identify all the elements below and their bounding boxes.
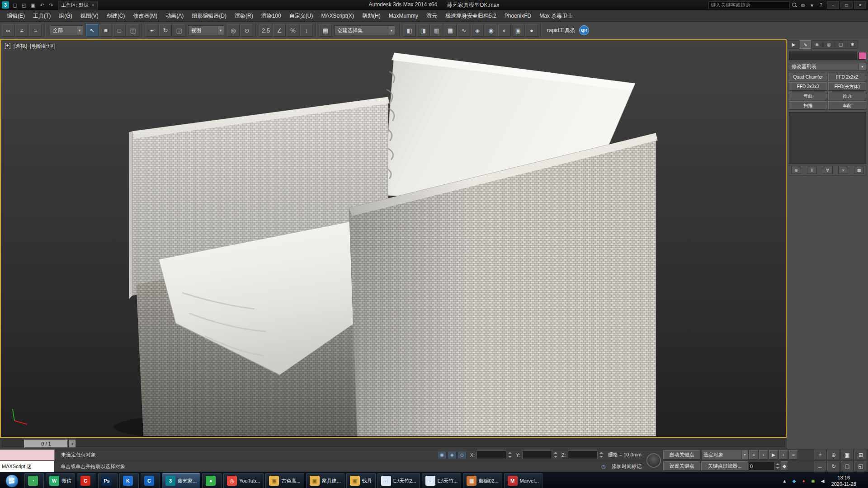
frame-spinner[interactable]: [776, 462, 779, 470]
show-end-result-icon[interactable]: ‖: [807, 167, 817, 174]
menu-item[interactable]: 帮助(H): [358, 11, 385, 21]
tab-display[interactable]: ▢: [835, 40, 846, 49]
tray-expand-icon[interactable]: ▲: [781, 476, 788, 486]
remove-modifier-icon[interactable]: ×: [838, 167, 848, 174]
maxscript-macro-recorder[interactable]: [0, 450, 55, 460]
named-selection-sets-dropdown[interactable]: 创建选择集 ▼: [335, 25, 395, 35]
curve-editor-icon[interactable]: ∿: [458, 24, 470, 37]
taskbar-item-c-app[interactable]: C: [141, 473, 160, 488]
modifier-button[interactable]: 扫描: [789, 101, 827, 110]
select-by-name-icon[interactable]: ≡: [99, 24, 112, 37]
taskbar-item-k-app[interactable]: K: [119, 473, 139, 488]
menu-item[interactable]: 创建(C): [103, 11, 129, 21]
taskbar-item-green-app[interactable]: ●: [202, 473, 222, 488]
modifier-button[interactable]: 弯曲: [789, 92, 827, 100]
x-spinner[interactable]: [508, 451, 512, 459]
go-to-end-icon[interactable]: »: [789, 450, 798, 460]
go-to-start-icon[interactable]: «: [749, 450, 758, 460]
zoom-extents-icon[interactable]: ▣: [841, 450, 854, 460]
material-editor-icon[interactable]: ◉: [485, 24, 497, 37]
redo-icon[interactable]: ↷: [47, 1, 55, 9]
menu-item[interactable]: MaxMummy: [385, 11, 422, 20]
modifier-stack[interactable]: [789, 112, 866, 164]
add-time-tag-button[interactable]: 添加时间标记: [612, 463, 642, 470]
select-and-move-icon[interactable]: +: [146, 24, 158, 37]
menu-item[interactable]: 自定义(U): [285, 11, 317, 21]
edit-named-sets-icon[interactable]: ▤: [319, 24, 332, 37]
search-icon[interactable]: [791, 2, 797, 8]
perspective-viewport[interactable]: [+] [透视] [明暗处理]: [0, 39, 787, 438]
select-and-link-icon[interactable]: ∞: [2, 24, 14, 37]
rapid-toolbar-label[interactable]: rapid工具条: [547, 27, 576, 34]
menu-item[interactable]: 视图(V): [76, 11, 103, 21]
maximize-button[interactable]: □: [840, 1, 853, 9]
menu-item[interactable]: 工具(T): [29, 11, 55, 21]
new-file-icon[interactable]: ▢: [11, 1, 19, 9]
window-crossing-icon[interactable]: ◫: [127, 24, 139, 37]
tab-create[interactable]: ▶: [788, 40, 799, 49]
menu-item[interactable]: PhoenixFD: [500, 11, 535, 20]
menu-item[interactable]: MAXScript(X): [317, 11, 358, 20]
menu-item[interactable]: 修改器(M): [129, 11, 161, 21]
taskbar-item-image-viewer[interactable]: ▦ 藤编02...: [463, 473, 502, 488]
z-coordinate-field[interactable]: [568, 450, 598, 459]
selection-filter-dropdown[interactable]: 全部 ▼: [50, 25, 83, 35]
taskbar-item-wechat[interactable]: W 微信: [46, 473, 75, 488]
menu-item[interactable]: Max 杀毒卫士: [535, 11, 577, 21]
pan-icon[interactable]: ↔: [814, 461, 826, 471]
favorites-star-icon[interactable]: ★: [808, 1, 816, 9]
pin-stack-icon[interactable]: ⊗: [791, 167, 801, 174]
taskbar-item-red-app[interactable]: C: [77, 473, 96, 488]
taskbar-item-folder-3[interactable]: ▣ 钱丹: [346, 473, 376, 488]
mirror-icon[interactable]: ◧: [403, 24, 416, 37]
absolute-mode-toggle-icon[interactable]: ◇: [458, 451, 467, 459]
qr-button[interactable]: QR: [579, 25, 589, 35]
maximize-viewport-icon[interactable]: ◱: [854, 461, 867, 471]
tray-app-1-icon[interactable]: ◆: [791, 476, 798, 486]
taskbar-clock[interactable]: 13:16 2020-11-28: [829, 474, 859, 488]
menu-item[interactable]: 渲云: [422, 11, 441, 21]
search-input[interactable]: [708, 1, 790, 9]
select-object-icon[interactable]: ↖: [86, 24, 99, 37]
select-and-manipulate-icon[interactable]: ⊙: [241, 24, 253, 37]
play-button-icon[interactable]: ▶: [769, 450, 778, 460]
menu-item[interactable]: 动画(A): [161, 11, 188, 21]
percent-snap-icon[interactable]: %: [287, 24, 299, 37]
use-pivot-center-icon[interactable]: ◎: [227, 24, 240, 37]
modifier-button[interactable]: Quad Chamfer: [789, 73, 827, 81]
minimize-button[interactable]: −: [827, 1, 839, 9]
make-unique-icon[interactable]: ∀: [823, 167, 833, 174]
taskbar-item-3dsmax[interactable]: 3 藤艺家...: [162, 473, 200, 488]
configure-modifier-sets-icon[interactable]: ▦: [854, 167, 864, 174]
object-name-field[interactable]: [789, 52, 857, 60]
render-production-icon[interactable]: ●: [525, 24, 538, 37]
taskbar-item-photoshop[interactable]: Ps: [98, 473, 118, 488]
spinner-snap-icon[interactable]: ↕: [300, 24, 313, 37]
zoom-extents-all-icon[interactable]: ⊞: [854, 450, 867, 460]
isolate-selection-icon[interactable]: ◉: [438, 451, 447, 459]
coordinate-system-dropdown[interactable]: 视图 ▼: [188, 25, 224, 35]
tab-motion[interactable]: ◎: [823, 40, 835, 49]
viewport-menu-button[interactable]: [+]: [5, 42, 11, 50]
modifier-button[interactable]: 车削: [828, 101, 867, 110]
set-key-button[interactable]: 设置关键点: [663, 461, 700, 471]
menu-item[interactable]: 组(G): [55, 11, 76, 21]
menu-item[interactable]: 图形编辑器(D): [188, 11, 231, 21]
y-spinner[interactable]: [554, 451, 558, 459]
menu-item[interactable]: 渲染(R): [231, 11, 257, 21]
close-button[interactable]: ×: [854, 1, 866, 9]
next-frame-button[interactable]: ›: [69, 440, 76, 448]
key-mode-toggle[interactable]: ◆: [781, 461, 788, 471]
modifier-button[interactable]: FFD 3x3x3: [789, 82, 827, 91]
y-coordinate-field[interactable]: [522, 450, 552, 459]
tray-app-3-icon[interactable]: ◉: [810, 476, 817, 486]
taskbar-item-browser[interactable]: ◔: [24, 473, 44, 488]
undo-icon[interactable]: ↶: [38, 1, 46, 9]
start-button[interactable]: [0, 472, 24, 488]
angle-snap-icon[interactable]: ∠: [273, 24, 286, 37]
modifier-button[interactable]: FFD(长方体): [828, 82, 867, 91]
previous-frame-icon[interactable]: ‹: [759, 450, 768, 460]
tab-utilities[interactable]: ✱: [847, 40, 858, 49]
tab-hierarchy[interactable]: ≡: [811, 40, 823, 49]
current-frame-field[interactable]: [749, 462, 775, 470]
